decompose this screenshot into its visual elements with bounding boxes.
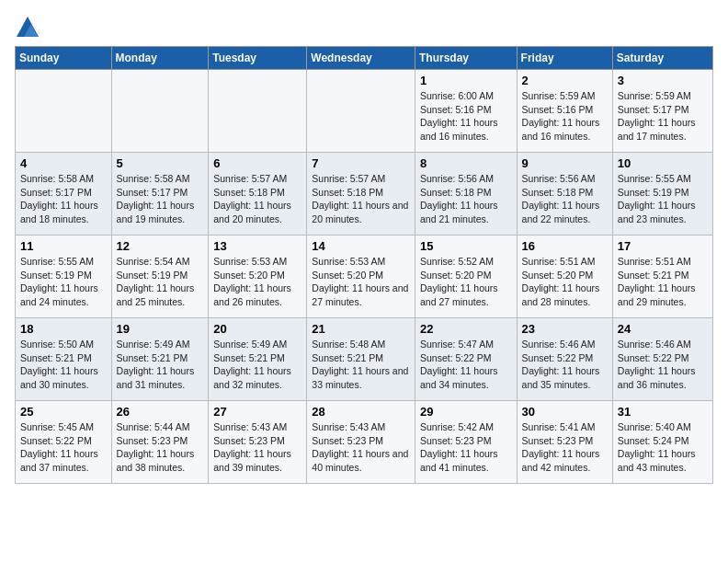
calendar-cell: 21Sunrise: 5:48 AMSunset: 5:21 PMDayligh… — [307, 318, 415, 401]
calendar-week-row: 18Sunrise: 5:50 AMSunset: 5:21 PMDayligh… — [16, 318, 713, 401]
day-number: 31 — [618, 405, 708, 419]
logo-icon — [15, 15, 40, 40]
calendar-cell: 7Sunrise: 5:57 AMSunset: 5:18 PMDaylight… — [307, 153, 415, 236]
day-info: Sunrise: 5:49 AMSunset: 5:21 PMDaylight:… — [117, 338, 204, 392]
calendar-cell: 1Sunrise: 6:00 AMSunset: 5:16 PMDaylight… — [415, 70, 517, 153]
calendar-cell — [307, 70, 415, 153]
calendar-cell: 30Sunrise: 5:41 AMSunset: 5:23 PMDayligh… — [517, 401, 612, 484]
day-number: 30 — [522, 405, 608, 419]
calendar-cell: 14Sunrise: 5:53 AMSunset: 5:20 PMDayligh… — [307, 236, 415, 318]
day-number: 21 — [312, 322, 410, 336]
day-number: 16 — [522, 239, 608, 253]
day-number: 14 — [312, 239, 410, 253]
day-info: Sunrise: 5:58 AMSunset: 5:17 PMDaylight:… — [117, 172, 204, 226]
calendar-cell: 20Sunrise: 5:49 AMSunset: 5:21 PMDayligh… — [209, 318, 307, 401]
day-number: 5 — [117, 156, 204, 170]
day-number: 4 — [20, 156, 107, 170]
calendar-week-row: 11Sunrise: 5:55 AMSunset: 5:19 PMDayligh… — [16, 236, 713, 318]
day-info: Sunrise: 5:56 AMSunset: 5:18 PMDaylight:… — [420, 172, 512, 226]
day-info: Sunrise: 5:51 AMSunset: 5:20 PMDaylight:… — [522, 255, 608, 309]
day-number: 18 — [20, 322, 107, 336]
calendar-cell: 13Sunrise: 5:53 AMSunset: 5:20 PMDayligh… — [209, 236, 307, 318]
calendar-cell: 23Sunrise: 5:46 AMSunset: 5:22 PMDayligh… — [517, 318, 612, 401]
calendar-cell: 4Sunrise: 5:58 AMSunset: 5:17 PMDaylight… — [16, 153, 112, 236]
day-info: Sunrise: 5:53 AMSunset: 5:20 PMDaylight:… — [312, 255, 410, 309]
calendar-cell: 5Sunrise: 5:58 AMSunset: 5:17 PMDaylight… — [111, 153, 209, 236]
day-info: Sunrise: 5:42 AMSunset: 5:23 PMDaylight:… — [420, 420, 512, 475]
calendar-week-row: 1Sunrise: 6:00 AMSunset: 5:16 PMDaylight… — [16, 70, 713, 153]
day-info: Sunrise: 5:48 AMSunset: 5:21 PMDaylight:… — [312, 338, 410, 392]
day-number: 2 — [522, 74, 608, 87]
day-number: 10 — [618, 156, 708, 170]
calendar-cell: 2Sunrise: 5:59 AMSunset: 5:16 PMDaylight… — [517, 70, 612, 153]
day-number: 26 — [117, 405, 204, 419]
day-info: Sunrise: 5:40 AMSunset: 5:24 PMDaylight:… — [618, 420, 708, 475]
calendar-table: SundayMondayTuesdayWednesdayThursdayFrid… — [15, 46, 713, 484]
calendar-cell: 19Sunrise: 5:49 AMSunset: 5:21 PMDayligh… — [111, 318, 209, 401]
calendar-cell: 16Sunrise: 5:51 AMSunset: 5:20 PMDayligh… — [517, 236, 612, 318]
calendar-cell: 3Sunrise: 5:59 AMSunset: 5:17 PMDaylight… — [612, 70, 712, 153]
day-number: 8 — [420, 156, 512, 170]
day-info: Sunrise: 5:56 AMSunset: 5:18 PMDaylight:… — [522, 172, 608, 226]
day-info: Sunrise: 5:55 AMSunset: 5:19 PMDaylight:… — [618, 172, 708, 226]
day-number: 13 — [213, 239, 301, 253]
logo — [15, 15, 44, 40]
day-info: Sunrise: 5:59 AMSunset: 5:16 PMDaylight:… — [522, 89, 608, 144]
day-number: 3 — [618, 74, 708, 87]
calendar-cell: 15Sunrise: 5:52 AMSunset: 5:20 PMDayligh… — [415, 236, 517, 318]
day-number: 19 — [117, 322, 204, 336]
day-number: 6 — [213, 156, 301, 170]
day-info: Sunrise: 5:57 AMSunset: 5:18 PMDaylight:… — [312, 172, 410, 226]
day-info: Sunrise: 5:55 AMSunset: 5:19 PMDaylight:… — [20, 255, 107, 309]
calendar-cell: 22Sunrise: 5:47 AMSunset: 5:22 PMDayligh… — [415, 318, 517, 401]
page-header — [15, 15, 713, 40]
day-header-saturday: Saturday — [612, 47, 712, 70]
calendar-cell: 25Sunrise: 5:45 AMSunset: 5:22 PMDayligh… — [16, 401, 112, 484]
day-info: Sunrise: 5:52 AMSunset: 5:20 PMDaylight:… — [420, 255, 512, 309]
day-info: Sunrise: 5:59 AMSunset: 5:17 PMDaylight:… — [618, 89, 708, 144]
day-info: Sunrise: 5:50 AMSunset: 5:21 PMDaylight:… — [20, 338, 107, 392]
calendar-cell: 6Sunrise: 5:57 AMSunset: 5:18 PMDaylight… — [209, 153, 307, 236]
day-number: 24 — [618, 322, 708, 336]
day-number: 15 — [420, 239, 512, 253]
day-number: 12 — [117, 239, 204, 253]
calendar-cell: 29Sunrise: 5:42 AMSunset: 5:23 PMDayligh… — [415, 401, 517, 484]
calendar-cell — [209, 70, 307, 153]
day-number: 25 — [20, 405, 107, 419]
day-info: Sunrise: 5:53 AMSunset: 5:20 PMDaylight:… — [213, 255, 301, 309]
day-info: Sunrise: 6:00 AMSunset: 5:16 PMDaylight:… — [420, 89, 512, 144]
calendar-cell: 31Sunrise: 5:40 AMSunset: 5:24 PMDayligh… — [612, 401, 712, 484]
day-info: Sunrise: 5:58 AMSunset: 5:17 PMDaylight:… — [20, 172, 107, 226]
calendar-cell: 10Sunrise: 5:55 AMSunset: 5:19 PMDayligh… — [612, 153, 712, 236]
day-info: Sunrise: 5:43 AMSunset: 5:23 PMDaylight:… — [312, 420, 410, 475]
calendar-cell: 28Sunrise: 5:43 AMSunset: 5:23 PMDayligh… — [307, 401, 415, 484]
day-number: 11 — [20, 239, 107, 253]
day-number: 27 — [213, 405, 301, 419]
calendar-cell: 27Sunrise: 5:43 AMSunset: 5:23 PMDayligh… — [209, 401, 307, 484]
calendar-cell: 17Sunrise: 5:51 AMSunset: 5:21 PMDayligh… — [612, 236, 712, 318]
day-number: 23 — [522, 322, 608, 336]
day-info: Sunrise: 5:46 AMSunset: 5:22 PMDaylight:… — [522, 338, 608, 392]
calendar-cell: 24Sunrise: 5:46 AMSunset: 5:22 PMDayligh… — [612, 318, 712, 401]
day-header-monday: Monday — [111, 47, 209, 70]
day-number: 7 — [312, 156, 410, 170]
day-info: Sunrise: 5:57 AMSunset: 5:18 PMDaylight:… — [213, 172, 301, 226]
day-info: Sunrise: 5:45 AMSunset: 5:22 PMDaylight:… — [20, 420, 107, 475]
day-number: 22 — [420, 322, 512, 336]
day-number: 9 — [522, 156, 608, 170]
day-header-friday: Friday — [517, 47, 612, 70]
day-info: Sunrise: 5:43 AMSunset: 5:23 PMDaylight:… — [213, 420, 301, 475]
day-info: Sunrise: 5:46 AMSunset: 5:22 PMDaylight:… — [618, 338, 708, 392]
calendar-cell — [111, 70, 209, 153]
day-number: 28 — [312, 405, 410, 419]
day-header-sunday: Sunday — [16, 47, 112, 70]
calendar-cell: 18Sunrise: 5:50 AMSunset: 5:21 PMDayligh… — [16, 318, 112, 401]
day-info: Sunrise: 5:47 AMSunset: 5:22 PMDaylight:… — [420, 338, 512, 392]
calendar-cell: 12Sunrise: 5:54 AMSunset: 5:19 PMDayligh… — [111, 236, 209, 318]
calendar-cell: 8Sunrise: 5:56 AMSunset: 5:18 PMDaylight… — [415, 153, 517, 236]
calendar-header-row: SundayMondayTuesdayWednesdayThursdayFrid… — [16, 47, 713, 70]
day-info: Sunrise: 5:49 AMSunset: 5:21 PMDaylight:… — [213, 338, 301, 392]
day-info: Sunrise: 5:41 AMSunset: 5:23 PMDaylight:… — [522, 420, 608, 475]
day-header-thursday: Thursday — [415, 47, 517, 70]
day-header-wednesday: Wednesday — [307, 47, 415, 70]
